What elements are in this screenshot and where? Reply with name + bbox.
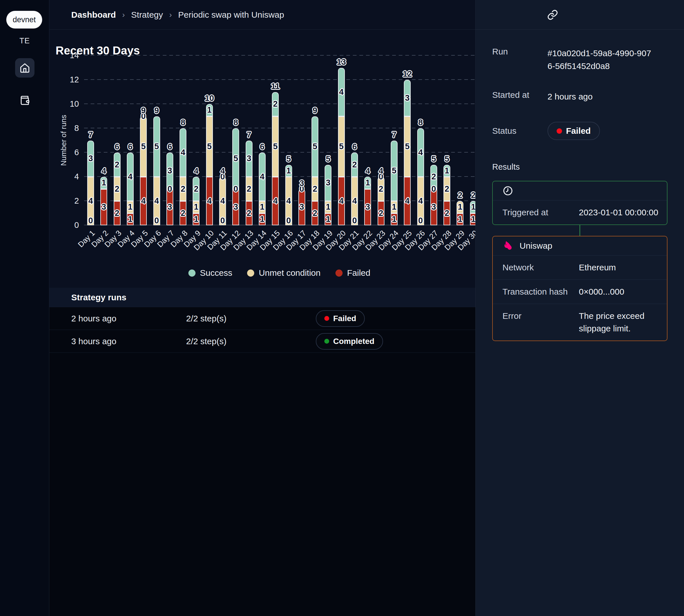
- bar-total-label: 4: [211, 167, 234, 175]
- bar-total-label: 8: [224, 118, 247, 127]
- bar-total-label: 11: [264, 82, 287, 91]
- legend-item-success[interactable]: Success: [188, 268, 232, 278]
- copy-link-button[interactable]: [546, 8, 560, 22]
- legend-label: Success: [200, 268, 232, 278]
- breadcrumb-dashboard[interactable]: Dashboard: [71, 10, 116, 20]
- bar-total-label: 5: [277, 155, 300, 163]
- segment-value-label: 5: [383, 166, 406, 175]
- bar-total-label: 5: [317, 155, 339, 163]
- recent-30-days-chart-card: Recent 30 Days Number of runs 0246810121…: [49, 30, 475, 288]
- run-steps: 2/2 step(s): [186, 336, 316, 346]
- segment-value-label: 5: [264, 142, 287, 151]
- sidebar-item-home[interactable]: [15, 58, 35, 78]
- bar-total-label: 7: [238, 130, 260, 139]
- status-label: Status: [492, 126, 547, 136]
- bar-total-label: 8: [409, 118, 432, 127]
- started-at-value: 2 hours ago: [547, 90, 593, 103]
- status-dot: [556, 128, 562, 134]
- legend-dot: [188, 269, 196, 277]
- status-text: Failed: [566, 126, 591, 136]
- error-label: Error: [502, 310, 579, 322]
- uniswap-step-card[interactable]: Uniswap Network Ethereum Transaction has…: [492, 236, 667, 341]
- breadcrumb-strategy[interactable]: Strategy: [131, 10, 163, 20]
- clock-icon: [502, 185, 513, 196]
- network-value: Ethereum: [579, 261, 616, 274]
- link-icon: [547, 9, 558, 21]
- segment-value-label: 4: [119, 172, 142, 181]
- uniswap-unicorn-icon: [502, 240, 513, 251]
- transaction-hash-value: 0×000...000: [579, 285, 624, 298]
- legend-item-failed[interactable]: Failed: [336, 268, 370, 278]
- y-axis-tick: 0: [74, 220, 79, 230]
- trigger-result-card[interactable]: Triggered at 2023-01-01 00:00:00: [492, 181, 667, 225]
- bar-total-label: 9: [145, 106, 168, 115]
- segment-value-label: 0: [79, 216, 102, 225]
- bar-day-24[interactable]: [391, 140, 397, 225]
- run-status-badge: Completed: [316, 333, 383, 350]
- segment-value-label: 1: [317, 215, 339, 224]
- bar-day-10[interactable]: [206, 104, 213, 225]
- run-status-badge: Failed: [316, 310, 365, 327]
- bar-total-label: 6: [343, 142, 366, 151]
- segment-value-label: 3: [79, 154, 102, 163]
- segment-value-label: 0: [409, 216, 432, 225]
- bar-total-label: 7: [79, 130, 102, 139]
- sidebar-item-wallet[interactable]: [15, 91, 35, 110]
- run-time: 2 hours ago: [49, 314, 186, 324]
- segment-value-label: 2: [370, 184, 392, 193]
- legend-label: Unmet condition: [259, 268, 321, 278]
- segment-value-label: 4: [251, 172, 274, 181]
- bar-day-5[interactable]: [140, 116, 147, 225]
- segment-value-label: 3: [238, 154, 260, 163]
- uniswap-card-title: Uniswap: [520, 241, 552, 251]
- segment-value-label: 3: [158, 166, 181, 175]
- bar-total-label: 4: [185, 167, 207, 175]
- network-label: Network: [502, 261, 579, 274]
- y-axis-tick: 10: [70, 99, 79, 109]
- segment-value-label: 0: [145, 216, 168, 225]
- legend-dot: [336, 269, 343, 277]
- strategy-run-row[interactable]: 3 hours ago 2/2 step(s) Completed: [49, 330, 475, 353]
- segment-value-label: 4: [172, 148, 195, 157]
- bar-total-label: 5: [435, 155, 458, 163]
- breadcrumb-separator: ›: [122, 10, 125, 19]
- segment-value-label: 2: [264, 100, 287, 108]
- run-detail-panel: Run #10a020d1-59a8-4990-9076-56f51452d0a…: [475, 0, 684, 616]
- step-connector-line: [579, 225, 580, 236]
- bar-total-label: 13: [330, 58, 353, 66]
- started-at-row: Started at 2 hours ago: [492, 90, 667, 103]
- status-dot: [324, 339, 329, 344]
- y-axis-tick: 12: [70, 75, 79, 84]
- transaction-hash-row: Transaction hash 0×000...000: [493, 280, 667, 304]
- breadcrumb-separator: ›: [169, 10, 172, 19]
- y-axis-tick: 4: [74, 172, 79, 181]
- segment-value-label: 1: [251, 215, 274, 224]
- bar-total-label: 10: [198, 94, 221, 103]
- error-row: Error The price exceed slippage limit.: [493, 304, 667, 340]
- segment-value-label: 1: [119, 215, 142, 224]
- breadcrumb-bar: Dashboard › Strategy › Periodic swap wit…: [49, 0, 475, 30]
- bar-chart-plot: 024681012144307Day 1314Day 22226Day 3114…: [84, 56, 475, 225]
- chart-legend: SuccessUnmet conditionFailed: [84, 268, 475, 278]
- run-label: Run: [492, 47, 547, 57]
- detail-panel-toolbar: [476, 0, 684, 30]
- strategy-run-row[interactable]: 2 hours ago 2/2 step(s) Failed: [49, 307, 475, 330]
- triggered-at-label: Triggered at: [502, 206, 579, 219]
- status-text: Completed: [333, 337, 374, 346]
- run-time: 3 hours ago: [49, 336, 186, 346]
- strategy-runs-table: Strategy runs 2 hours ago 2/2 step(s) Fa…: [49, 288, 475, 353]
- main-content: Dashboard › Strategy › Periodic swap wit…: [49, 0, 475, 616]
- breadcrumb-current-page: Periodic swap with Uniswap: [178, 10, 284, 20]
- bar-total-label: 9: [303, 106, 326, 115]
- strategy-runs-header: Strategy runs: [49, 288, 475, 307]
- results-heading: Results: [492, 162, 667, 172]
- env-badge[interactable]: devnet: [6, 11, 42, 28]
- legend-item-unmet-condition[interactable]: Unmet condition: [247, 268, 321, 278]
- gridline: [84, 55, 475, 56]
- uniswap-card-header: Uniswap: [493, 237, 667, 255]
- segment-value-label: 1: [277, 166, 300, 175]
- segment-value-label: 1: [198, 106, 221, 114]
- run-id-value: #10a020d1-59a8-4990-9076-56f51452d0a8: [547, 47, 653, 72]
- segment-value-label: 0: [211, 216, 234, 225]
- network-row: Network Ethereum: [493, 255, 667, 280]
